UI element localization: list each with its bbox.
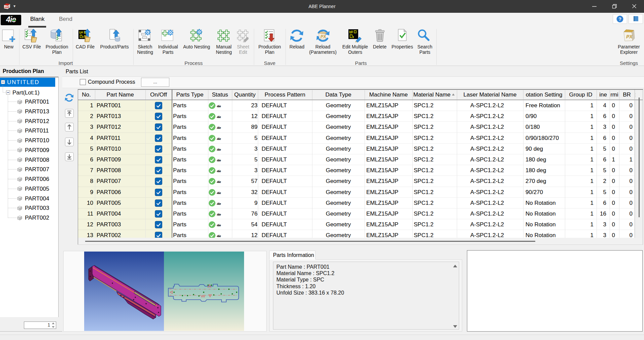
svg-text:PX: PX xyxy=(626,34,633,39)
svg-text:PX: PX xyxy=(320,34,326,39)
svg-text:?: ? xyxy=(618,16,621,22)
